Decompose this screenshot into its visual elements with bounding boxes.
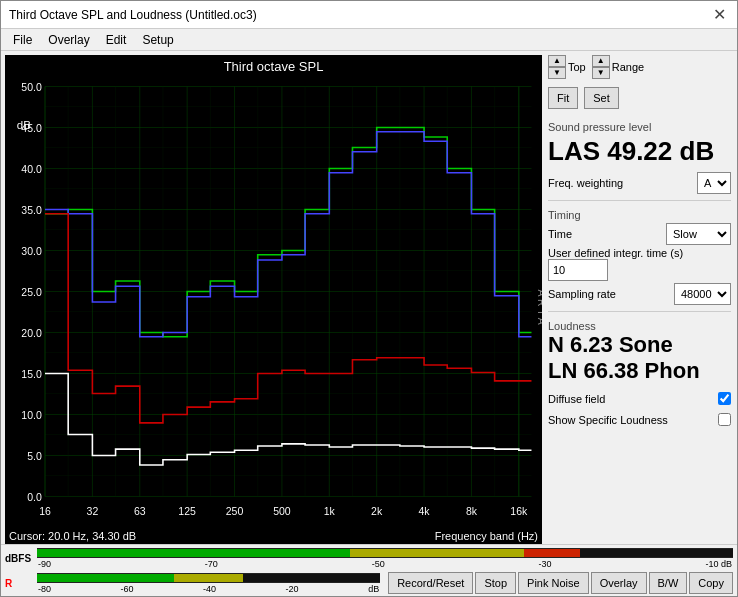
top-spinner: ▲ ▼ [548, 55, 566, 79]
svg-text:dB: dB [17, 119, 31, 131]
svg-text:16k: 16k [510, 505, 528, 517]
svg-text:40.0: 40.0 [21, 163, 42, 175]
meter-scale-r-60: -60 [121, 584, 134, 594]
meter-scale-r-db: dB [368, 584, 379, 594]
main-area: Third octave SPL [1, 51, 737, 544]
close-button[interactable]: ✕ [709, 5, 729, 25]
loudness-ln-value: LN 66.38 Phon [548, 358, 731, 384]
bottom-bar: dBFS -90 -70 -50 -30 [1, 544, 737, 596]
time-row: Time Slow Fast Impulse [548, 223, 731, 245]
sampling-rate-row: Sampling rate 44100 48000 96000 [548, 283, 731, 305]
show-specific-row: Show Specific Loudness [548, 413, 731, 426]
sampling-rate-label: Sampling rate [548, 288, 616, 300]
menu-setup[interactable]: Setup [134, 31, 181, 49]
pink-noise-button[interactable]: Pink Noise [518, 572, 589, 594]
copy-button[interactable]: Copy [689, 572, 733, 594]
svg-text:125: 125 [178, 505, 196, 517]
range-label: Range [612, 61, 644, 73]
diffuse-field-label: Diffuse field [548, 393, 605, 405]
meter-scale-r-40: -40 [203, 584, 216, 594]
chart-svg: 50.0 45.0 40.0 35.0 30.0 25.0 20.0 15.0 … [5, 76, 542, 528]
svg-text:A R T A: A R T A [536, 290, 542, 325]
meter-scale-10: -10 dB [705, 559, 732, 569]
timing-label: Timing [548, 209, 731, 221]
spl-value: LAS 49.22 dB [548, 137, 731, 166]
svg-text:5.0: 5.0 [27, 450, 42, 462]
meter-scale-r-20: -20 [286, 584, 299, 594]
chart-title: Third octave SPL [5, 55, 542, 76]
time-label: Time [548, 228, 572, 240]
svg-text:50.0: 50.0 [21, 81, 42, 93]
chart-bottom-row: Cursor: 20.0 Hz, 34.30 dB Frequency band… [5, 528, 542, 544]
svg-text:30.0: 30.0 [21, 245, 42, 257]
svg-text:20.0: 20.0 [21, 327, 42, 339]
sampling-rate-select[interactable]: 44100 48000 96000 [674, 283, 731, 305]
top-down-btn[interactable]: ▼ [548, 67, 566, 79]
svg-text:32: 32 [87, 505, 99, 517]
user-integr-row: User defined integr. time (s) [548, 247, 731, 281]
cursor-info: Cursor: 20.0 Hz, 34.30 dB [5, 528, 140, 544]
menu-bar: File Overlay Edit Setup [1, 29, 737, 51]
fit-set-row: Fit Set [548, 87, 731, 109]
meter-scale-50: -50 [372, 559, 385, 569]
top-up-btn[interactable]: ▲ [548, 55, 566, 67]
meter-scale-90: -90 [38, 559, 51, 569]
record-reset-button[interactable]: Record/Reset [388, 572, 473, 594]
show-specific-checkbox[interactable] [718, 413, 731, 426]
range-up-btn[interactable]: ▲ [592, 55, 610, 67]
freq-weighting-label: Freq. weighting [548, 177, 623, 189]
right-panel: ▲ ▼ Top ▲ ▼ Range [542, 51, 737, 544]
range-down-btn[interactable]: ▼ [592, 67, 610, 79]
svg-text:10.0: 10.0 [21, 409, 42, 421]
loudness-n-value: N 6.23 Sone [548, 332, 731, 358]
top-controls-row: ▲ ▼ Top ▲ ▼ Range [548, 55, 731, 79]
user-integr-input[interactable] [548, 259, 608, 281]
range-ctrl-pair: ▲ ▼ Range [592, 55, 644, 79]
range-spinner: ▲ ▼ [592, 55, 610, 79]
stop-button[interactable]: Stop [475, 572, 516, 594]
loudness-label: Loudness [548, 320, 731, 332]
svg-text:4k: 4k [419, 505, 431, 517]
menu-edit[interactable]: Edit [98, 31, 135, 49]
bw-button[interactable]: B/W [649, 572, 688, 594]
r-label: R [5, 578, 33, 589]
set-button[interactable]: Set [584, 87, 619, 109]
spl-section-label: Sound pressure level [548, 121, 731, 133]
freq-weighting-select[interactable]: A B C Z [697, 172, 731, 194]
top-ctrl-pair: ▲ ▼ Top [548, 55, 586, 79]
loudness-section: Loudness N 6.23 Sone LN 66.38 Phon [548, 311, 731, 385]
window-title: Third Octave SPL and Loudness (Untitled.… [9, 8, 257, 22]
diffuse-field-checkbox[interactable] [718, 392, 731, 405]
dbfs-label: dBFS [5, 553, 33, 564]
show-specific-label: Show Specific Loudness [548, 414, 668, 426]
svg-text:35.0: 35.0 [21, 204, 42, 216]
svg-text:2k: 2k [371, 505, 383, 517]
diffuse-field-row: Diffuse field [548, 392, 731, 405]
svg-text:500: 500 [273, 505, 291, 517]
freq-weighting-row: Freq. weighting A B C Z [548, 172, 731, 194]
overlay-button[interactable]: Overlay [591, 572, 647, 594]
meter-scale-30: -30 [539, 559, 552, 569]
svg-text:250: 250 [226, 505, 244, 517]
svg-text:1k: 1k [324, 505, 336, 517]
meter-scale-r-80: -80 [38, 584, 51, 594]
svg-text:0.0: 0.0 [27, 491, 42, 503]
svg-text:63: 63 [134, 505, 146, 517]
svg-rect-0 [5, 76, 542, 528]
time-select[interactable]: Slow Fast Impulse [666, 223, 731, 245]
top-label: Top [568, 61, 586, 73]
meter-scale-70: -70 [205, 559, 218, 569]
title-bar: Third Octave SPL and Loudness (Untitled.… [1, 1, 737, 29]
svg-text:8k: 8k [466, 505, 478, 517]
svg-text:16: 16 [39, 505, 51, 517]
main-window: Third Octave SPL and Loudness (Untitled.… [0, 0, 738, 597]
fit-button[interactable]: Fit [548, 87, 578, 109]
menu-overlay[interactable]: Overlay [40, 31, 97, 49]
user-integr-label: User defined integr. time (s) [548, 247, 683, 259]
svg-text:15.0: 15.0 [21, 368, 42, 380]
freq-band-label: Frequency band (Hz) [431, 528, 542, 544]
timing-section: Timing Time Slow Fast Impulse User defin… [548, 200, 731, 305]
svg-text:25.0: 25.0 [21, 286, 42, 298]
menu-file[interactable]: File [5, 31, 40, 49]
